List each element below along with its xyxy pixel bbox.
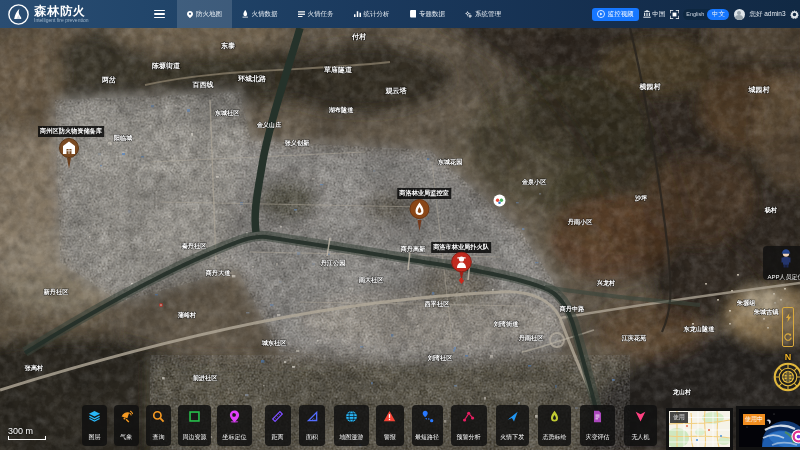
svg-text:刘湾街道: 刘湾街道 [493,320,520,328]
svg-text:湖布隧道: 湖布隧道 [328,106,355,114]
svg-text:张义创新: 张义创新 [284,139,310,147]
svg-text:蒲峪村: 蒲峪村 [178,311,197,319]
svg-text:新丹社区: 新丹社区 [43,288,70,296]
svg-text:金泉小区: 金泉小区 [522,178,548,186]
svg-text:阳临城: 阳临城 [114,134,133,142]
svg-text:丹江公园: 丹江公园 [320,259,346,267]
svg-text:杨村: 杨村 [764,206,778,214]
svg-text:草庙隧道: 草庙隧道 [323,65,353,74]
svg-text:东龙山隧道: 东龙山隧道 [683,325,716,333]
svg-text:百西线: 百西线 [192,81,214,89]
svg-text:朱城古镇: 朱城古镇 [753,308,780,316]
svg-text:城东社区: 城东社区 [261,339,288,347]
svg-text:南大社区: 南大社区 [358,276,385,284]
svg-text:朱塬组: 朱塬组 [736,299,756,307]
svg-text:江滨花苑: 江滨花苑 [621,334,647,342]
svg-text:西平社区: 西平社区 [424,300,451,308]
svg-text:环城北路: 环城北路 [237,75,267,83]
svg-text:观云塔: 观云塔 [385,87,408,95]
svg-text:兴龙村: 兴龙村 [596,279,616,287]
svg-text:商丹中路: 商丹中路 [559,305,586,313]
svg-text:秦丹社区: 秦丹社区 [182,242,208,250]
svg-text:沙坪: 沙坪 [635,194,648,202]
svg-text:商丹高新: 商丹高新 [400,245,426,253]
svg-text:东泰: 东泰 [220,41,235,50]
svg-text:陈塬街道: 陈塬街道 [152,62,181,70]
svg-text:龙山村: 龙山村 [672,388,692,396]
svg-text:丹南社区: 丹南社区 [518,334,545,342]
svg-text:丹南小区: 丹南小区 [567,218,594,226]
svg-text:金义山庄: 金义山庄 [257,121,283,129]
svg-text:刘湾社区: 刘湾社区 [427,354,454,362]
svg-text:城园村: 城园村 [748,85,771,94]
svg-text:商丹大道: 商丹大道 [205,269,232,277]
svg-text:两岔: 两岔 [101,76,116,84]
svg-text:东城社区: 东城社区 [214,109,241,117]
svg-text:张高村: 张高村 [24,364,44,372]
svg-text:横园村: 横园村 [639,82,662,91]
svg-text:前进社区: 前进社区 [193,374,219,382]
svg-text:东城花园: 东城花园 [437,158,463,166]
svg-text:付村: 付村 [351,32,367,41]
